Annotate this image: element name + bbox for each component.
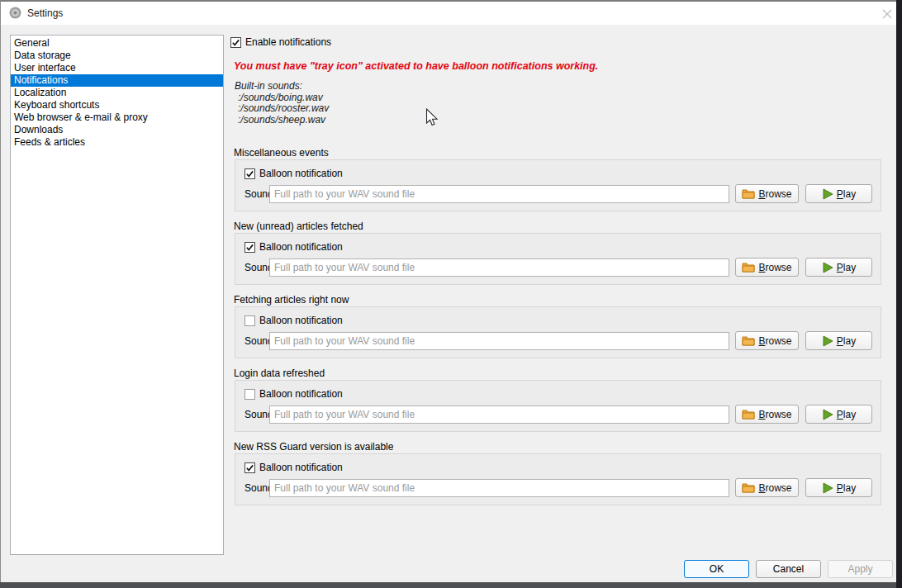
- browse-button[interactable]: Browse: [735, 184, 799, 203]
- sound-path-input[interactable]: [269, 332, 729, 350]
- section-miscellaneous-events: Miscellaneous events Balloon notificatio…: [234, 147, 882, 211]
- balloon-notification-checkbox[interactable]: [244, 315, 255, 326]
- title-bar[interactable]: Settings: [1, 2, 896, 25]
- ok-button[interactable]: OK: [684, 560, 749, 578]
- tray-icon-warning-text: You must have "tray icon" activated to h…: [234, 60, 598, 72]
- section-title: Miscellaneous events: [234, 147, 882, 157]
- section-box: Balloon notification Sound Browse: [235, 453, 881, 505]
- desktop: Settings General Data storage User inter…: [0, 0, 902, 588]
- window-title: Settings: [27, 2, 63, 25]
- balloon-notification-label: Balloon notification: [259, 388, 343, 400]
- section-title: Fetching articles right now: [234, 294, 882, 304]
- play-icon: [822, 262, 833, 273]
- balloon-notification-checkbox[interactable]: [244, 462, 255, 473]
- balloon-notification-checkbox[interactable]: [244, 242, 255, 253]
- section-box: Balloon notification Sound Browse: [235, 306, 881, 358]
- browse-button[interactable]: Browse: [735, 258, 799, 277]
- builtin-sounds-title: Built-in sounds:: [235, 81, 329, 92]
- folder-icon: [742, 482, 755, 493]
- desktop-edge-bottom: [0, 582, 896, 588]
- sidebar-item-general[interactable]: General: [11, 37, 223, 50]
- section-title: Login data refreshed: [234, 368, 882, 377]
- desktop-edge-right: [896, 0, 902, 588]
- sound-label: Sound: [244, 262, 267, 273]
- builtin-sound-path: :/sounds/rooster.wav: [235, 103, 329, 115]
- sidebar-item-feeds-articles[interactable]: Feeds & articles: [11, 136, 223, 149]
- builtin-sound-path: :/sounds/boing.wav: [235, 92, 329, 104]
- browse-button[interactable]: Browse: [735, 405, 799, 424]
- sound-label: Sound: [244, 335, 267, 347]
- sidebar-item-user-interface[interactable]: User interface: [11, 62, 223, 74]
- play-icon: [822, 188, 833, 200]
- settings-gear-icon: [9, 7, 21, 19]
- balloon-notification-label: Balloon notification: [259, 462, 343, 473]
- enable-notifications-checkbox[interactable]: [230, 37, 241, 48]
- section-box: Balloon notification Sound Browse: [235, 380, 881, 432]
- sound-label: Sound: [244, 188, 267, 200]
- balloon-notification-checkbox[interactable]: [244, 168, 255, 179]
- play-icon: [822, 409, 833, 420]
- sound-path-input[interactable]: [269, 479, 729, 497]
- settings-categories-list: General Data storage User interface Noti…: [10, 35, 224, 555]
- play-button[interactable]: Play: [805, 258, 872, 277]
- play-button[interactable]: Play: [805, 405, 872, 424]
- sidebar-item-downloads[interactable]: Downloads: [11, 124, 223, 136]
- sidebar-item-web-browser-email-proxy[interactable]: Web browser & e-mail & proxy: [11, 111, 223, 124]
- close-button[interactable]: [881, 7, 894, 20]
- play-icon: [822, 335, 833, 347]
- section-title: New (unread) articles fetched: [234, 220, 882, 230]
- balloon-notification-label: Balloon notification: [259, 168, 343, 179]
- sidebar-item-keyboard-shortcuts[interactable]: Keyboard shortcuts: [11, 99, 223, 111]
- sidebar-item-localization[interactable]: Localization: [11, 87, 223, 99]
- builtin-sound-path: :/sounds/sheep.wav: [235, 115, 329, 126]
- play-button[interactable]: Play: [805, 331, 872, 350]
- sidebar-item-notifications[interactable]: Notifications: [11, 74, 223, 87]
- folder-icon: [742, 335, 755, 346]
- section-new-articles-fetched: New (unread) articles fetched Balloon no…: [234, 220, 882, 285]
- balloon-notification-label: Balloon notification: [259, 241, 343, 253]
- balloon-notification-label: Balloon notification: [259, 315, 343, 326]
- folder-icon: [742, 409, 755, 420]
- apply-button[interactable]: Apply: [828, 560, 893, 578]
- play-icon: [822, 482, 833, 494]
- folder-icon: [742, 188, 755, 199]
- sound-label: Sound: [244, 482, 267, 494]
- section-box: Balloon notification Sound Browse: [235, 159, 881, 211]
- folder-icon: [742, 262, 755, 273]
- settings-window: Settings General Data storage User inter…: [0, 0, 896, 582]
- enable-notifications-label: Enable notifications: [245, 36, 331, 48]
- section-login-data-refreshed: Login data refreshed Balloon notificatio…: [234, 368, 882, 432]
- cancel-button[interactable]: Cancel: [756, 560, 821, 578]
- sound-path-input[interactable]: [269, 185, 729, 203]
- play-button[interactable]: Play: [805, 184, 872, 203]
- browse-button[interactable]: Browse: [735, 478, 799, 497]
- enable-notifications-row: Enable notifications: [230, 36, 331, 48]
- balloon-notification-checkbox[interactable]: [244, 389, 255, 400]
- sidebar-item-data-storage[interactable]: Data storage: [11, 50, 223, 62]
- sound-path-input[interactable]: [269, 405, 729, 424]
- browse-button[interactable]: Browse: [735, 331, 799, 350]
- close-icon: [882, 9, 892, 19]
- play-button[interactable]: Play: [805, 478, 872, 497]
- sound-path-input[interactable]: [269, 258, 729, 277]
- section-new-version-available: New RSS Guard version is available Ballo…: [234, 441, 882, 505]
- section-box: Balloon notification Sound Browse: [235, 233, 881, 285]
- section-fetching-articles: Fetching articles right now Balloon noti…: [234, 294, 882, 358]
- sound-label: Sound: [244, 409, 267, 420]
- builtin-sounds-block: Built-in sounds: :/sounds/boing.wav :/so…: [235, 81, 329, 126]
- section-title: New RSS Guard version is available: [234, 441, 882, 451]
